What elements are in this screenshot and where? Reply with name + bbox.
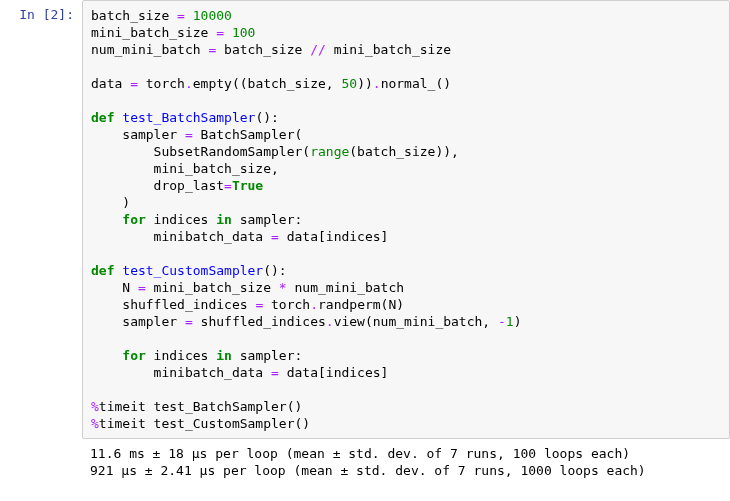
keyword-in: in xyxy=(216,212,232,227)
keyword-def: def xyxy=(91,110,114,125)
code-token: sampler xyxy=(91,314,185,329)
code-token: timeit test_CustomSampler() xyxy=(99,416,310,431)
code-token: batch_size xyxy=(216,42,310,57)
code-token: ) xyxy=(514,314,522,329)
code-token: shuffled_indices xyxy=(91,297,255,312)
code-token: num_mini_batch xyxy=(91,42,208,57)
code-token: torch xyxy=(138,76,185,91)
operator-equals: = xyxy=(130,76,138,91)
code-token: mini_batch_size, xyxy=(91,161,279,176)
operator-equals: = xyxy=(185,127,193,142)
code-token: num_mini_batch xyxy=(287,280,404,295)
code-token: ) xyxy=(91,195,130,210)
magic-percent: % xyxy=(91,399,99,414)
keyword-def: def xyxy=(91,263,114,278)
code-token xyxy=(91,212,122,227)
code-token: mini_batch_size xyxy=(326,42,451,57)
operator-star: * xyxy=(279,280,287,295)
input-prompt: In [2]: xyxy=(0,0,82,23)
number-literal: 1 xyxy=(506,314,514,329)
keyword-in: in xyxy=(216,348,232,363)
code-token: )) xyxy=(357,76,373,91)
magic-percent: % xyxy=(91,416,99,431)
code-token xyxy=(91,348,122,363)
operator-equals: = xyxy=(185,314,193,329)
code-token: BatchSampler( xyxy=(193,127,303,142)
code-token: sampler: xyxy=(232,348,302,363)
code-token: torch xyxy=(263,297,310,312)
output-line: 11.6 ms ± 18 µs per loop (mean ± std. de… xyxy=(90,446,630,461)
code-input-area[interactable]: batch_size = 10000 mini_batch_size = 100… xyxy=(82,0,730,439)
number-literal: 100 xyxy=(232,25,255,40)
code-token: (): xyxy=(255,110,278,125)
number-literal: 10000 xyxy=(193,8,232,23)
operator-equals: = xyxy=(224,178,232,193)
code-token: batch_size xyxy=(91,8,177,23)
operator-floordiv: // xyxy=(310,42,326,57)
code-token: mini_batch_size xyxy=(91,25,216,40)
code-token: mini_batch_size xyxy=(146,280,279,295)
code-token: sampler xyxy=(91,127,185,142)
code-token: normal_() xyxy=(381,76,451,91)
code-token: minibatch_data xyxy=(91,365,271,380)
prompt-label: In [2]: xyxy=(19,7,74,22)
code-token: (): xyxy=(263,263,286,278)
operator-dot: . xyxy=(310,297,318,312)
operator-equals: = xyxy=(138,280,146,295)
code-token: SubsetRandomSampler( xyxy=(91,144,310,159)
code-token: minibatch_data xyxy=(91,229,271,244)
code-token: indices xyxy=(146,348,216,363)
code-token: timeit test_BatchSampler() xyxy=(99,399,303,414)
code-token: drop_last xyxy=(91,178,224,193)
operator-equals: = xyxy=(177,8,185,23)
keyword-for: for xyxy=(122,348,145,363)
code-token: shuffled_indices xyxy=(193,314,326,329)
number-literal: 50 xyxy=(341,76,357,91)
keyword-for: for xyxy=(122,212,145,227)
code-token xyxy=(224,25,232,40)
builtin-range: range xyxy=(310,144,349,159)
code-token: N xyxy=(91,280,138,295)
operator-dot: . xyxy=(185,76,193,91)
operator-dot: . xyxy=(326,314,334,329)
code-token: randperm(N) xyxy=(318,297,404,312)
code-token: indices xyxy=(146,212,216,227)
operator-equals: = xyxy=(271,365,279,380)
code-token: data xyxy=(91,76,130,91)
notebook-cell: In [2]: batch_size = 10000 mini_batch_si… xyxy=(0,0,730,439)
code-token: data[indices] xyxy=(279,365,389,380)
stdout-output: 11.6 ms ± 18 µs per loop (mean ± std. de… xyxy=(82,439,730,479)
output-line: 921 µs ± 2.41 µs per loop (mean ± std. d… xyxy=(90,463,646,478)
code-token: empty((batch_size, xyxy=(193,76,342,91)
function-name: test_CustomSampler xyxy=(122,263,263,278)
code-token xyxy=(185,8,193,23)
operator-minus: - xyxy=(498,314,506,329)
operator-dot: . xyxy=(373,76,381,91)
operator-equals: = xyxy=(271,229,279,244)
function-name: test_BatchSampler xyxy=(122,110,255,125)
code-token: sampler: xyxy=(232,212,302,227)
code-token: data[indices] xyxy=(279,229,389,244)
code-token: (batch_size)), xyxy=(349,144,459,159)
keyword-true: True xyxy=(232,178,263,193)
code-token: view(num_mini_batch, xyxy=(334,314,498,329)
operator-equals: = xyxy=(216,25,224,40)
